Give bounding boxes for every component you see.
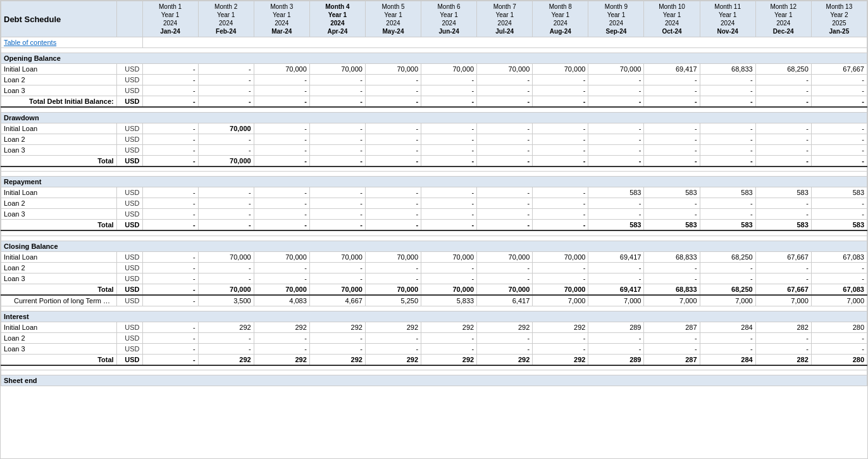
ob-initial-loan-row: Initial Loan USD - - 70,000 70,000 70,00… [1,64,867,75]
month-7-header: Month 7Year 12024Jul-24 [477,1,533,37]
month-12-header: Month 12Year 12024Dec-24 [755,1,811,37]
spacer-5 [1,306,867,311]
spacer-3b [1,172,867,177]
int-loan3-row: Loan 3 USD - - - - - - - - - - - - - [1,343,867,354]
drawdown-header: Drawdown [1,112,867,123]
month-2-header: Month 2Year 12024Feb-24 [198,1,254,37]
opening-balance-header: Opening Balance [1,53,867,64]
int-loan2-row: Loan 2 USD - - - - - - - - - - - - - [1,332,867,343]
cb-total-row: Total USD - 70,000 70,000 70,000 70,000 … [1,284,867,295]
sheet-end-row: Sheet end [1,375,867,386]
month-8-header: Month 8Year 12024Aug-24 [533,1,588,37]
closing-balance-header: Closing Balance [1,241,867,251]
rp-loan3-row: Loan 3 USD - - - - - - - - - - - - - [1,209,867,220]
month-9-header: Month 9Year 12024Sep-24 [588,1,644,37]
cb-loan2-row: Loan 2 USD - - - - - - - - - - - - - [1,262,867,273]
spacer-4 [1,230,867,236]
rp-loan2-row: Loan 2 USD - - - - - - - - - - - - - [1,198,867,209]
spacer-6b [1,370,867,375]
spacer-2 [1,107,867,112]
month-13-header: Month 13Year 22025Jan-25 [811,1,867,37]
sheet-title: Debt Schedule [1,1,117,37]
repayment-header: Repayment [1,177,867,187]
int-total-row: Total USD - 292 292 292 292 292 292 292 … [1,354,867,365]
sheet-end-label: Sheet end [1,375,867,386]
spacer-6 [1,365,867,370]
spacer-1 [1,48,867,53]
opening-balance-label: Opening Balance [1,53,867,64]
dd-loan2-row: Loan 2 USD - - - - - - - - - - - - - [1,134,867,144]
cb-initial-loan-row: Initial Loan USD - 70,000 70,000 70,000 … [1,251,867,262]
ob-initial-loan-currency: USD [116,64,142,75]
ob-loan2-row: Loan 2 USD - - - - - - - - - - - - - [1,75,867,85]
ob-loan3-row: Loan 3 USD - - - - - - - - - - - - - [1,85,867,96]
current-portion-row: Current Portion of long Term Debt USD - … [1,295,867,306]
dd-total-row: Total USD - 70,000 - - - - - - - - - - - [1,155,867,167]
month-5-header: Month 5Year 12024May-24 [365,1,421,37]
rp-total-row: Total USD - - - - - - - - 583 583 583 58… [1,220,867,231]
spacer-3 [1,167,867,172]
spacer-4b [1,236,867,241]
dd-loan3-row: Loan 3 USD - - - - - - - - - - - - - [1,144,867,155]
toc-link[interactable]: Table of contents [4,39,56,46]
int-initial-loan-row: Initial Loan USD - 292 292 292 292 292 2… [1,322,867,332]
currency-header [116,1,142,37]
ob-initial-loan-label: Initial Loan [1,64,117,75]
ob-total-row: Total Debt Initial Balance: USD - - - - … [1,96,867,108]
month-1-header: Month 1Year 12024Jan-24 [142,1,198,37]
dd-initial-loan-row: Initial Loan USD - 70,000 - - - - - - - … [1,123,867,134]
rp-initial-loan-row: Initial Loan USD - - - - - - - - 583 583… [1,187,867,198]
toc-row: Table of contents [1,37,867,48]
month-3-header: Month 3Year 12024Mar-24 [254,1,309,37]
month-11-header: Month 11Year 12024Nov-24 [700,1,755,37]
month-10-header: Month 10Year 12024Oct-24 [644,1,700,37]
spreadsheet-container: Debt Schedule Month 1Year 12024Jan-24 Mo… [0,0,868,459]
interest-header: Interest [1,311,867,322]
month-6-header: Month 6Year 12024Jun-24 [421,1,477,37]
cb-loan3-row: Loan 3 USD - - - - - - - - - - - - - [1,273,867,284]
month-4-header: Month 4Year 12024Apr-24 [309,1,365,37]
